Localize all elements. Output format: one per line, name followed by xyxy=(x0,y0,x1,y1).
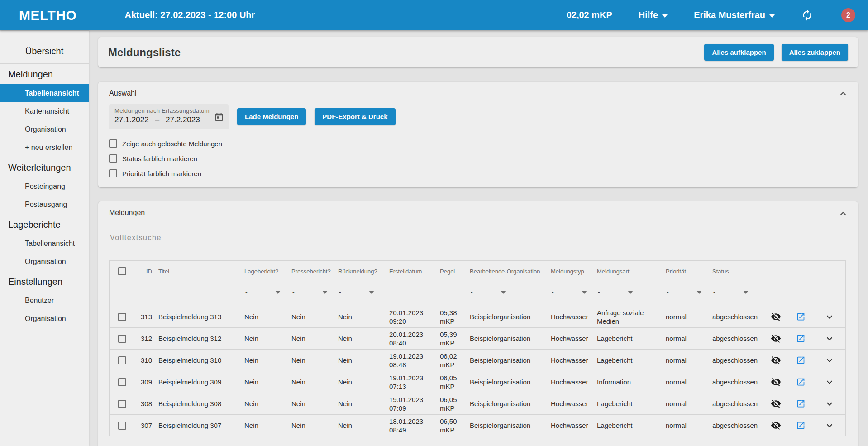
table-filter-row: - - - - - - - - xyxy=(110,282,845,306)
cell-lagebericht: Nein xyxy=(241,399,288,408)
sidebar-group-einstellungen[interactable]: Einstellungen xyxy=(0,271,89,292)
sidebar-item-benutzer[interactable]: Benutzer xyxy=(0,292,89,310)
row-checkbox[interactable] xyxy=(118,335,126,343)
checkbox-status-color[interactable]: Status farblich markieren xyxy=(109,154,847,163)
filter-rueckmeldung[interactable]: - xyxy=(338,288,376,299)
sidebar-item-posteingang[interactable]: Posteingang xyxy=(0,177,89,196)
cell-pressebericht: Nein xyxy=(288,334,334,343)
open-row-button[interactable] xyxy=(788,399,813,408)
expand-row-button[interactable] xyxy=(813,399,845,409)
pdf-export-button[interactable]: PDF-Export & Druck xyxy=(315,108,395,125)
sidebar-group-meldungen[interactable]: Meldungen xyxy=(0,64,89,84)
refresh-button[interactable] xyxy=(801,9,813,21)
filter-pressebericht[interactable]: - xyxy=(291,288,329,299)
hide-row-button[interactable] xyxy=(763,420,788,431)
main-content: Meldungsliste Alles aufklappen Alles zuk… xyxy=(89,30,868,446)
sidebar-item-meldungen-kartenansicht[interactable]: Kartenansicht xyxy=(0,102,89,120)
expand-row-button[interactable] xyxy=(813,334,845,344)
date-range-field[interactable]: Meldungen nach Erfassungsdatum 27.1.2022… xyxy=(109,104,229,129)
cell-lagebericht: Nein xyxy=(241,334,288,343)
notification-badge[interactable]: 2 xyxy=(841,8,855,22)
table-row: 309 Beispielmeldung 309 Nein Nein Nein 1… xyxy=(110,371,845,393)
divider xyxy=(0,328,89,328)
open-row-button[interactable] xyxy=(788,421,813,430)
collapse-panel-button[interactable] xyxy=(838,89,848,99)
open-row-button[interactable] xyxy=(788,312,813,321)
select-all-checkbox[interactable] xyxy=(118,267,126,275)
cell-lagebericht: Nein xyxy=(241,356,288,364)
hide-row-button[interactable] xyxy=(763,312,788,322)
cell-pegel: 06,05mKP xyxy=(436,395,466,412)
row-checkbox[interactable] xyxy=(118,313,126,321)
dropdown-arrow-icon xyxy=(322,291,328,294)
row-checkbox[interactable] xyxy=(118,378,126,386)
hide-row-button[interactable] xyxy=(763,377,788,387)
date-from-value: 27.1.2022 xyxy=(114,115,149,125)
cell-organisation: Beispielorganisation xyxy=(466,399,547,408)
user-menu[interactable]: Erika Musterfrau xyxy=(694,10,775,20)
filter-status[interactable]: - xyxy=(712,288,750,299)
row-checkbox[interactable] xyxy=(118,400,126,408)
cell-meldungsart: Anfrage soziale Medien xyxy=(593,308,662,326)
hide-row-button[interactable] xyxy=(763,355,788,365)
auswahl-panel-title: Auswahl xyxy=(109,89,847,97)
column-header-pressebericht: Pressebericht? xyxy=(288,267,334,276)
cell-prioritaet: normal xyxy=(662,421,709,430)
collapse-all-button[interactable]: Alles zuklappen xyxy=(782,44,848,61)
collapse-panel-button[interactable] xyxy=(838,209,848,219)
open-row-button[interactable] xyxy=(788,355,813,365)
load-meldungen-button[interactable]: Lade Meldungen xyxy=(237,108,306,125)
current-datetime: Aktuell: 27.02.2023 - 12:00 Uhr xyxy=(124,10,255,20)
column-header-id: ID xyxy=(135,267,155,276)
app-logo[interactable]: MELTHO xyxy=(19,8,76,23)
open-row-button[interactable] xyxy=(788,334,813,343)
sidebar-item-einstellungen-organisation[interactable]: Organisation xyxy=(0,310,89,328)
dropdown-arrow-icon xyxy=(743,291,749,294)
filter-meldungstyp[interactable]: - xyxy=(551,288,589,299)
filter-prioritaet[interactable]: - xyxy=(666,288,704,299)
top-bar: MELTHO Aktuell: 27.02.2023 - 12:00 Uhr 0… xyxy=(0,0,868,30)
cell-id: 310 xyxy=(135,356,155,364)
sidebar-item-meldungen-tabellenansicht[interactable]: Tabellenansicht xyxy=(0,84,89,102)
hide-row-button[interactable] xyxy=(763,333,788,344)
cell-titel: Beispielmeldung 308 xyxy=(155,399,241,408)
sidebar-group-lageberichte[interactable]: Lageberichte xyxy=(0,214,89,235)
sidebar-item-lageberichte-tabellenansicht[interactable]: Tabellenansicht xyxy=(0,235,89,253)
cell-meldungstyp: Hochwasser xyxy=(547,421,593,430)
filter-organisation[interactable]: - xyxy=(470,288,508,299)
expand-row-button[interactable] xyxy=(813,312,845,322)
cell-pegel: 06,02mKP xyxy=(436,352,466,369)
checkbox-show-deleted[interactable]: Zeige auch gelöschte Meldungen xyxy=(109,139,847,148)
cell-id: 313 xyxy=(135,312,155,321)
fulltext-search-input[interactable] xyxy=(109,232,845,246)
sidebar-group-weiterleitungen[interactable]: Weiterleitungen xyxy=(0,157,89,177)
expand-all-button[interactable]: Alles aufklappen xyxy=(704,44,773,61)
sidebar-item-lageberichte-organisation[interactable]: Organisation xyxy=(0,253,89,271)
calendar-icon[interactable] xyxy=(214,112,224,122)
checkbox-priority-color[interactable]: Priorität farblich markieren xyxy=(109,169,847,177)
column-header-rueckmeldung: Rückmeldung? xyxy=(334,267,386,276)
sidebar-item-meldungen-organisation[interactable]: Organisation xyxy=(0,120,89,139)
row-checkbox[interactable] xyxy=(118,422,126,430)
expand-row-button[interactable] xyxy=(813,377,845,387)
sidebar-item-meldungen-neu-erstellen[interactable]: + neu erstellen xyxy=(0,139,89,157)
filter-lagebericht[interactable]: - xyxy=(244,288,282,299)
cell-status: abgeschlossen xyxy=(709,378,763,386)
row-checkbox[interactable] xyxy=(118,356,126,364)
sidebar-item-postausgang[interactable]: Postausgang xyxy=(0,196,89,214)
checkbox-icon[interactable] xyxy=(109,169,117,177)
cell-meldungsart: Lagebericht xyxy=(593,421,662,430)
cell-lagebericht: Nein xyxy=(241,421,288,430)
help-menu[interactable]: Hilfe xyxy=(639,10,668,20)
column-header-status: Status xyxy=(709,267,763,276)
checkbox-icon[interactable] xyxy=(109,154,117,163)
expand-row-button[interactable] xyxy=(813,355,845,365)
checkbox-icon[interactable] xyxy=(109,139,117,148)
cell-erstelldatum: 19.01.202307:09 xyxy=(386,395,436,412)
sidebar-item-uebersicht[interactable]: Übersicht xyxy=(0,40,89,63)
hide-row-button[interactable] xyxy=(763,398,788,409)
open-row-button[interactable] xyxy=(788,377,813,387)
filter-meldungsart[interactable]: - xyxy=(597,288,635,299)
cell-status: abgeschlossen xyxy=(709,312,763,321)
expand-row-button[interactable] xyxy=(813,421,845,431)
